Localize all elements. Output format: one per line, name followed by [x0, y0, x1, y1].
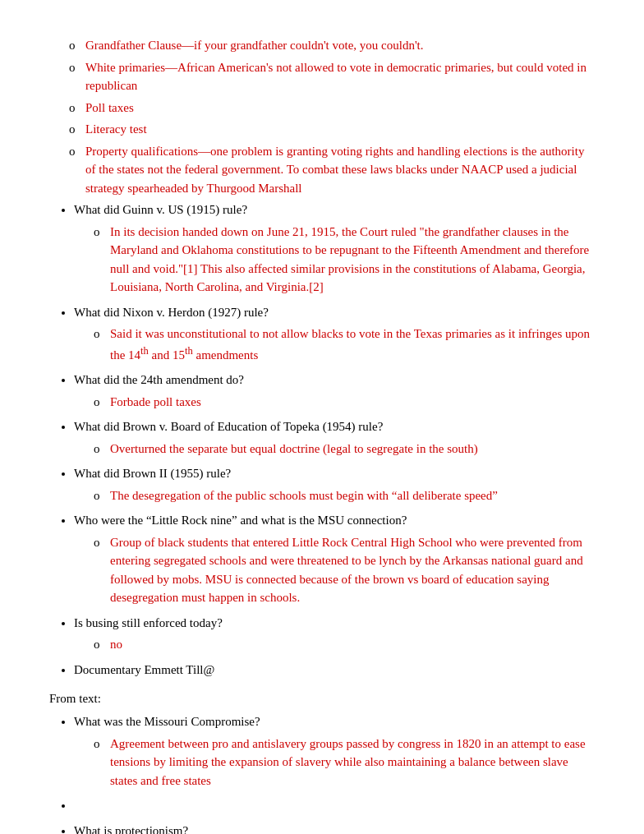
questions-list: What did Guinn v. US (1915) rule? In its… — [74, 200, 595, 679]
question-text: Is busing still enforced today? — [74, 616, 223, 629]
list-item: no — [90, 635, 595, 654]
list-item-documentary: Documentary Emmett Till@ — [74, 661, 595, 680]
item-text: Poll taxes — [85, 101, 134, 114]
answer-list: Agreement between pro and antislavery gr… — [90, 735, 595, 790]
item-text: Literacy test — [85, 122, 147, 136]
answer-list: The desegregation of the public schools … — [90, 486, 595, 505]
list-item-nixon: What did Nixon v. Herdon (1927) rule? Sa… — [74, 303, 595, 365]
question-text: What did Brown v. Board of Education of … — [74, 420, 383, 433]
list-item: Forbade poll taxes — [90, 393, 595, 412]
list-item: Group of black students that entered Lit… — [90, 533, 595, 607]
from-text-label: From text: — [49, 692, 595, 706]
answer-text: no — [110, 638, 122, 651]
answer-text: Group of black students that entered Lit… — [110, 536, 583, 605]
list-item-busing: Is busing still enforced today? no — [74, 614, 595, 654]
list-item-guinn: What did Guinn v. US (1915) rule? In its… — [74, 200, 595, 297]
list-item-24th: What did the 24th amendment do? Forbade … — [74, 371, 595, 411]
question-text: What did Brown II (1955) rule? — [74, 467, 231, 480]
documentary-text: Documentary Emmett Till@ — [74, 663, 214, 676]
list-item: Poll taxes — [66, 99, 595, 117]
answer-text: The desegregation of the public schools … — [110, 489, 498, 502]
answer-text: Overturned the separate but equal doctri… — [110, 442, 478, 455]
from-text-list: What was the Missouri Compromise? Agreem… — [74, 712, 595, 834]
list-item-protectionism: What is protectionism? The idea under wh… — [74, 822, 595, 835]
list-item: The desegregation of the public schools … — [90, 486, 595, 505]
question-text: What did Guinn v. US (1915) rule? — [74, 203, 247, 216]
item-text: Grandfather Clause—if your grandfather c… — [85, 39, 424, 52]
item-text: White primaries—African American's not a… — [85, 61, 586, 93]
list-item-brown1955: What did Brown II (1955) rule? The deseg… — [74, 464, 595, 505]
question-text: What was the Missouri Compromise? — [74, 715, 260, 728]
answer-list: Overturned the separate but equal doctri… — [90, 440, 595, 458]
question-text: Who were the “Little Rock nine” and what… — [74, 514, 407, 527]
answer-list: Forbade poll taxes — [90, 393, 595, 412]
question-text: What is protectionism? — [74, 824, 188, 835]
answer-text: Agreement between pro and antislavery gr… — [110, 737, 586, 787]
list-item: Agreement between pro and antislavery gr… — [90, 735, 595, 790]
empty-text — [74, 799, 77, 812]
answer-list: In its decision handed down on June 21, … — [90, 223, 595, 297]
answer-list: Group of black students that entered Lit… — [90, 533, 595, 607]
list-item: White primaries—African American's not a… — [66, 58, 595, 95]
answer-text: Forbade poll taxes — [110, 395, 201, 408]
list-item: Grandfather Clause—if your grandfather c… — [66, 36, 595, 55]
answer-list: no — [90, 635, 595, 654]
initial-sub-list: Grandfather Clause—if your grandfather c… — [66, 36, 595, 197]
question-text: What did Nixon v. Herdon (1927) rule? — [74, 306, 269, 319]
answer-list: Said it was unconstitutional to not allo… — [90, 325, 595, 364]
from-text-heading: From text: — [49, 692, 101, 705]
item-text: Property qualifications—one problem is g… — [85, 145, 584, 195]
list-item: In its decision handed down on June 21, … — [90, 223, 595, 297]
answer-text: Said it was unconstitutional to not allo… — [110, 327, 590, 362]
list-item: Said it was unconstitutional to not allo… — [90, 325, 595, 364]
list-item-empty — [74, 796, 595, 815]
question-text: What did the 24th amendment do? — [74, 373, 244, 386]
list-item-missouri: What was the Missouri Compromise? Agreem… — [74, 712, 595, 790]
answer-text: In its decision handed down on June 21, … — [110, 225, 589, 294]
list-item: Property qualifications—one problem is g… — [66, 142, 595, 198]
list-item: Overturned the separate but equal doctri… — [90, 440, 595, 458]
list-item-brown1954: What did Brown v. Board of Education of … — [74, 417, 595, 458]
list-item: Literacy test — [66, 120, 595, 139]
list-item-littlerock: Who were the “Little Rock nine” and what… — [74, 511, 595, 607]
